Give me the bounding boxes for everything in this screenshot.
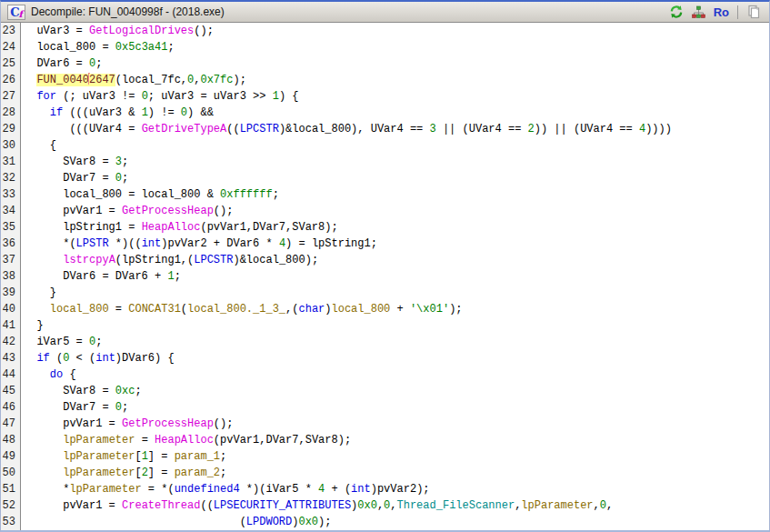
code-token[interactable]: ) && — [187, 106, 214, 119]
code-token[interactable]: iVar5 = — [24, 336, 89, 348]
code-token[interactable]: , — [606, 499, 613, 512]
code-line[interactable]: 44 do { — [1, 366, 769, 383]
code-token[interactable]: { — [24, 139, 56, 152]
code-token[interactable]: 1 — [273, 90, 279, 103]
code-token[interactable]: if — [50, 106, 63, 119]
code-token[interactable]: ; — [122, 401, 128, 414]
code-token[interactable]: lpParameter — [63, 450, 135, 463]
code-token[interactable]: DVar6 = — [24, 57, 89, 70]
code-line[interactable]: 48 lpParameter = HeapAlloc(pvVar1,DVar7,… — [1, 432, 769, 448]
code-token[interactable]: 2647 — [89, 74, 115, 86]
code-token[interactable]: 1 — [167, 270, 174, 283]
code-token[interactable]: )))) — [645, 123, 672, 136]
code-token[interactable]: 0 — [181, 106, 187, 119]
code-line[interactable]: 46 DVar7 = 0; — [1, 399, 769, 416]
code-token[interactable]: param_1 — [175, 450, 220, 463]
code-token[interactable]: if — [36, 352, 49, 365]
code-token[interactable]: 0x0 — [357, 499, 377, 512]
code-line[interactable]: 52 pvVar1 = CreateThread((LPSECURITY_ATT… — [1, 497, 769, 514]
code-line[interactable]: 43 if (0 < (int)DVar6) { — [1, 350, 769, 366]
code-text[interactable]: pvVar1 = GetProcessHeap(); — [21, 416, 233, 432]
code-token[interactable]: 3 — [430, 123, 436, 136]
code-token[interactable]: LPSECURITY_ATTRIBUTES — [214, 499, 351, 512]
code-text[interactable]: lpParameter[2] = param_2; — [21, 465, 226, 481]
code-token[interactable]: ( — [24, 516, 246, 528]
code-line[interactable]: 29 (((UVar4 = GetDriveTypeA((LPCSTR)&loc… — [1, 121, 769, 137]
code-text[interactable]: *(LPSTR *)((int)pvVar2 + DVar6 * 4) = lp… — [21, 236, 377, 252]
code-token[interactable]: FUN_0040 — [36, 74, 89, 86]
code-token[interactable]: pvVar1 = — [24, 417, 122, 430]
code-token[interactable]: for — [36, 90, 56, 103]
code-token[interactable]: 1 — [142, 450, 148, 463]
code-token[interactable]: )pvVar2); — [371, 483, 430, 496]
code-line[interactable]: 41 } — [1, 317, 769, 334]
code-text[interactable]: { — [21, 137, 56, 154]
code-token[interactable]: LPCSTR — [194, 254, 233, 266]
code-token[interactable]: (((uVar3 & — [63, 106, 141, 119]
code-text[interactable]: DVar7 = 0; — [21, 170, 128, 186]
code-token[interactable]: ; — [273, 188, 279, 201]
code-text[interactable]: lpParameter = HeapAlloc(pvVar1,DVar7,SVa… — [21, 432, 351, 448]
code-token[interactable]: (lpString1,( — [115, 254, 194, 266]
code-token[interactable]: SVar8 = — [24, 385, 115, 397]
code-token[interactable]: DVar6 = DVar6 + — [24, 270, 167, 283]
code-token[interactable]: undefined4 — [175, 483, 240, 496]
code-token[interactable]: 0x7fc — [200, 74, 233, 86]
code-token[interactable]: [ — [135, 467, 141, 479]
code-text[interactable]: if (((uVar3 & 1) != 0) && — [21, 105, 214, 121]
code-text[interactable]: local_800 = local_800 & 0xffffff; — [21, 186, 279, 203]
code-token[interactable]: CreateThread — [122, 499, 200, 512]
code-token[interactable]: )pvVar2 + DVar6 * — [161, 237, 279, 250]
code-token[interactable]: 0x0 — [298, 516, 318, 528]
code-token[interactable]: lpParameter — [63, 434, 135, 447]
code-token[interactable]: 0x5c3a41 — [115, 41, 168, 54]
code-token[interactable]: ; — [95, 57, 102, 70]
code-token[interactable]: GetLogicalDrives — [89, 25, 194, 37]
code-token[interactable]: 0 — [600, 499, 606, 512]
copy-icon[interactable] — [746, 5, 761, 19]
code-text[interactable]: pvVar1 = GetProcessHeap(); — [21, 203, 233, 219]
code-token[interactable]: ] = — [148, 450, 175, 463]
code-token[interactable]: , — [390, 499, 396, 512]
code-token[interactable]: < ( — [69, 352, 95, 365]
code-token[interactable]: ) { — [279, 90, 299, 103]
code-token[interactable]: lstrcpyA — [63, 254, 115, 266]
code-text[interactable]: local_800 = 0x5c3a41; — [21, 39, 175, 55]
code-token[interactable]: HeapAlloc — [155, 434, 214, 447]
code-token[interactable]: *)(( — [109, 237, 142, 250]
code-token[interactable]: (); — [194, 25, 214, 37]
code-line[interactable]: 27 for (; uVar3 != 0; uVar3 = uVar3 >> 1… — [1, 88, 769, 105]
code-token[interactable]: lpString1 = — [24, 221, 142, 234]
code-line[interactable]: 30 { — [1, 137, 769, 154]
code-token[interactable]: ; — [167, 41, 174, 54]
code-token[interactable]: { — [63, 368, 75, 381]
code-token[interactable]: local_800 — [50, 303, 109, 316]
code-line[interactable]: 26 FUN_00402647(local_7fc,0,0x7fc); — [1, 72, 769, 88]
code-token[interactable]: )&local_800), UVar4 == — [279, 123, 430, 136]
code-token[interactable]: + — [390, 303, 410, 316]
code-token[interactable] — [24, 368, 50, 381]
code-token[interactable]: int — [142, 237, 162, 250]
code-token[interactable]: (); — [214, 417, 234, 430]
code-line[interactable]: 36 *(LPSTR *)((int)pvVar2 + DVar6 * 4) =… — [1, 236, 769, 252]
code-token[interactable]: , — [594, 499, 600, 512]
code-text[interactable]: local_800 = CONCAT31(local_800._1_3_,(ch… — [21, 301, 463, 317]
reopen-button[interactable]: Ro — [714, 6, 729, 18]
code-token[interactable]: LPSTR — [76, 237, 109, 250]
code-token[interactable]: ; uVar3 = uVar3 >> — [148, 90, 273, 103]
code-token[interactable]: GetProcessHeap — [122, 205, 214, 217]
code-token[interactable]: ( — [50, 352, 63, 365]
code-token[interactable]: local_800._1_3_ — [187, 303, 285, 316]
code-token[interactable]: local_800 = — [24, 41, 115, 54]
code-token[interactable]: SVar8 = — [24, 156, 115, 168]
code-token[interactable]: 0 — [142, 90, 148, 103]
code-token[interactable] — [24, 106, 50, 119]
code-text[interactable]: uVar3 = GetLogicalDrives(); — [21, 23, 214, 39]
code-line[interactable]: 35 lpString1 = HeapAlloc(pvVar1,DVar7,SV… — [1, 219, 769, 236]
code-token[interactable] — [24, 254, 63, 266]
code-text[interactable]: lstrcpyA(lpString1,(LPCSTR)&local_800); — [21, 252, 318, 268]
code-text[interactable]: SVar8 = 0xc; — [21, 383, 142, 399]
code-token[interactable]: )DVar6) { — [115, 352, 175, 365]
code-token[interactable]: LPDWORD — [246, 516, 292, 528]
code-token[interactable]: ) — [325, 303, 331, 316]
